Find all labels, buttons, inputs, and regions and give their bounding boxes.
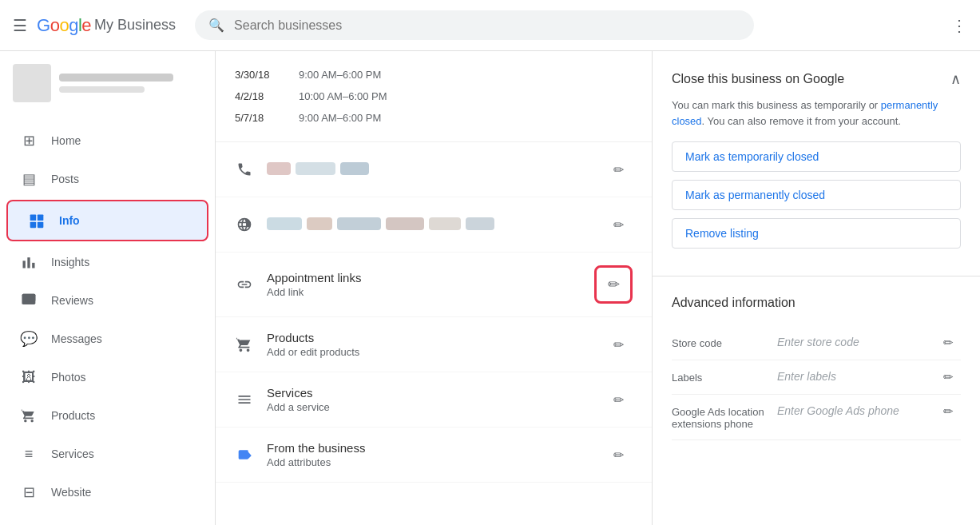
- products-edit-button[interactable]: ✏: [604, 330, 633, 359]
- website-content: [267, 217, 591, 233]
- profile-name-blurred: [59, 74, 173, 82]
- services-icon: ≡: [19, 444, 38, 463]
- labels-value: Enter labels: [777, 370, 926, 383]
- svg-rect-6: [32, 263, 34, 268]
- mark-temporarily-closed-button[interactable]: Mark as temporarily closed: [672, 141, 961, 172]
- from-business-row: From the business Add attributes ✏: [216, 428, 652, 483]
- appointment-content: Appointment links Add link: [267, 271, 581, 298]
- products-row: Products Add or edit products ✏: [216, 317, 652, 372]
- sidebar-item-services[interactable]: ≡ Services: [0, 435, 205, 473]
- sidebar-item-label: Posts: [51, 173, 79, 185]
- website-edit-button[interactable]: ✏: [604, 210, 633, 239]
- sidebar-item-insights[interactable]: Insights: [0, 243, 205, 281]
- profile-info: [59, 74, 202, 93]
- remove-listing-button[interactable]: Remove listing: [672, 218, 961, 249]
- store-code-edit-button[interactable]: ✏: [943, 336, 954, 350]
- sidebar-profile: [0, 51, 215, 115]
- phone-edit-button[interactable]: ✏: [604, 155, 633, 184]
- sidebar-item-reviews[interactable]: Reviews: [0, 281, 205, 320]
- svg-rect-3: [38, 222, 44, 229]
- store-code-row: Store code Enter store code ✏: [672, 326, 961, 360]
- sidebar-item-products[interactable]: Products: [0, 396, 205, 435]
- posts-icon: ▤: [19, 169, 38, 189]
- search-icon: 🔍: [208, 18, 224, 33]
- labels-edit-button[interactable]: ✏: [943, 370, 954, 384]
- phone-content: [267, 162, 591, 177]
- sidebar-item-label: Reviews: [51, 294, 93, 307]
- logo: Google My Business: [37, 15, 176, 36]
- menu-icon[interactable]: ☰: [13, 16, 27, 35]
- sidebar-item-website[interactable]: ⊟ Website: [0, 473, 205, 511]
- website-icon: ⊟: [19, 483, 38, 502]
- messages-icon: 💬: [19, 329, 38, 348]
- advanced-section-title: Advanced information: [672, 296, 961, 310]
- sidebar-item-label: Website: [51, 486, 91, 499]
- advanced-section: Advanced information Store code Enter st…: [653, 276, 980, 459]
- mark-permanently-closed-button[interactable]: Mark as permanently closed: [672, 180, 961, 210]
- collapse-button[interactable]: ∧: [950, 70, 961, 88]
- sidebar-item-info[interactable]: Info: [6, 200, 208, 241]
- products-content: Products Add or edit products: [267, 331, 591, 358]
- appointment-edit-button-highlighted[interactable]: ✏: [594, 265, 633, 304]
- close-section-title-row: Close this business on Google ∧: [672, 70, 961, 88]
- appointment-subtitle: Add link: [267, 286, 581, 298]
- store-code-label: Store code: [672, 336, 768, 349]
- search-bar[interactable]: 🔍: [195, 10, 754, 40]
- sidebar-item-posts[interactable]: ▤ Posts: [0, 160, 205, 198]
- reviews-icon: [19, 291, 38, 310]
- logo-text: Google: [37, 15, 91, 36]
- sidebar-item-messages[interactable]: 💬 Messages: [0, 320, 205, 358]
- svg-rect-0: [30, 215, 37, 221]
- tag-icon: [235, 447, 254, 463]
- sidebar-nav: ⊞ Home ▤ Posts Info Insights: [0, 115, 215, 518]
- sidebar-item-label: Products: [51, 409, 95, 422]
- center-panel: 3/30/18 9:00 AM–6:00 PM 4/2/18 10:00 AM–…: [216, 51, 653, 525]
- sidebar-item-label: Photos: [51, 371, 86, 384]
- schedule-row: 3/30/18 9:00 AM–6:00 PM: [235, 64, 633, 86]
- from-business-edit-button[interactable]: ✏: [604, 440, 633, 469]
- sidebar-item-label: Home: [51, 134, 81, 147]
- svg-rect-1: [38, 215, 44, 221]
- services-edit-button[interactable]: ✏: [604, 385, 633, 414]
- sidebar: ⊞ Home ▤ Posts Info Insights: [0, 51, 216, 525]
- website-blurred: [267, 217, 494, 230]
- photos-icon: 🖼: [19, 368, 38, 387]
- schedule-date: 4/2/18: [235, 90, 299, 102]
- services-row-icon: [235, 392, 254, 408]
- sidebar-item-label: Messages: [51, 332, 102, 345]
- sidebar-item-home[interactable]: ⊞ Home: [0, 121, 205, 160]
- schedule-row: 4/2/18 10:00 AM–6:00 PM: [235, 86, 633, 107]
- services-subtitle: Add a service: [267, 401, 591, 413]
- google-ads-value: Enter Google Ads phone: [777, 404, 926, 417]
- phone-icon: [235, 161, 254, 177]
- my-business-text: My Business: [94, 17, 176, 34]
- schedule-time: 9:00 AM–6:00 PM: [299, 69, 381, 81]
- sidebar-item-label: Services: [51, 447, 94, 460]
- services-content: Services Add a service: [267, 386, 591, 413]
- phone-row: ✏: [216, 142, 652, 197]
- svg-rect-2: [30, 222, 37, 229]
- sidebar-item-photos[interactable]: 🖼 Photos: [0, 358, 205, 396]
- labels-row: Labels Enter labels ✏: [672, 360, 961, 395]
- schedule-section: 3/30/18 9:00 AM–6:00 PM 4/2/18 10:00 AM–…: [216, 51, 652, 142]
- search-input[interactable]: [234, 18, 740, 33]
- info-icon: [27, 211, 46, 230]
- products-row-icon: [235, 336, 254, 353]
- permanently-closed-link[interactable]: permanently closed: [672, 99, 938, 127]
- store-code-value: Enter store code: [777, 336, 926, 348]
- more-options-icon[interactable]: ⋮: [951, 16, 967, 35]
- from-business-content: From the business Add attributes: [267, 441, 591, 468]
- header: ☰ Google My Business 🔍 ⋮: [0, 0, 980, 51]
- close-section-title: Close this business on Google: [672, 72, 844, 86]
- globe-icon: [235, 217, 254, 233]
- close-section-desc: You can mark this business as temporaril…: [672, 97, 961, 129]
- svg-rect-5: [27, 257, 30, 268]
- products-icon: [19, 406, 38, 425]
- services-row: Services Add a service ✏: [216, 372, 652, 428]
- google-ads-edit-button[interactable]: ✏: [943, 404, 954, 419]
- phone-blurred: [267, 162, 369, 175]
- sidebar-item-label: Info: [59, 214, 80, 227]
- google-ads-row: Google Ads location extensions phone Ent…: [672, 395, 961, 440]
- products-title: Products: [267, 331, 591, 344]
- avatar: [13, 64, 51, 102]
